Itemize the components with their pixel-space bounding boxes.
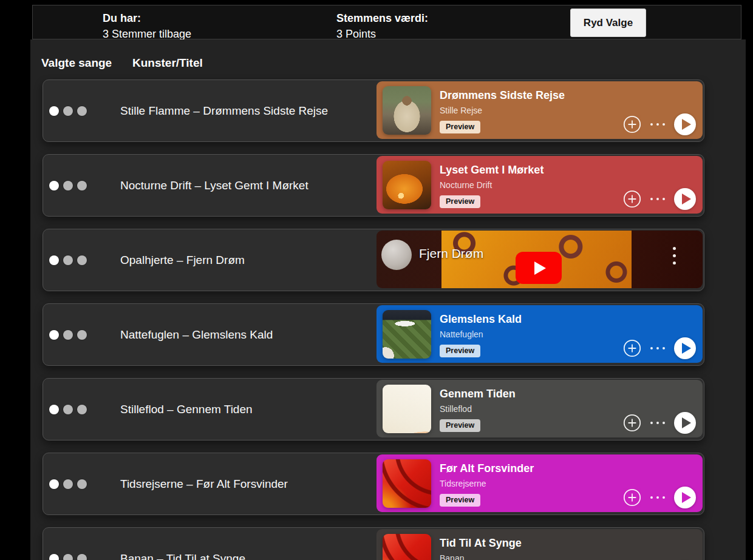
track-title[interactable]: Drømmens Sidste Rejse xyxy=(440,89,565,102)
track-title[interactable]: Gennem Tiden xyxy=(440,388,516,400)
vote-dots[interactable] xyxy=(49,330,87,340)
vote-value-summary: Stemmens værdi: 3 Points xyxy=(336,10,428,42)
play-icon xyxy=(682,417,691,428)
vote-dot[interactable] xyxy=(63,330,73,340)
vote-dot[interactable] xyxy=(63,405,73,414)
channel-avatar xyxy=(381,240,412,270)
vote-dot[interactable] xyxy=(49,479,59,489)
yt-play-button[interactable] xyxy=(516,252,562,284)
vote-dot[interactable] xyxy=(63,181,73,191)
vote-dot[interactable] xyxy=(77,255,87,265)
play-button[interactable] xyxy=(674,337,696,359)
column-header-selected: Valgte sange xyxy=(41,56,112,70)
artist-name[interactable]: Stille Rejse xyxy=(440,106,482,115)
spotify-embed: Før Alt Forsvinder Tidsrejserne Preview xyxy=(376,454,703,512)
add-icon[interactable] xyxy=(623,488,641,507)
add-icon[interactable] xyxy=(623,339,641,357)
more-icon[interactable] xyxy=(649,496,666,499)
song-row: Opalhjerte – Fjern Drøm Fjern Drøm xyxy=(43,229,704,291)
spotify-embed: Tid Til At Synge Banan xyxy=(376,529,703,560)
song-label: Banan – Tid Til at Synge xyxy=(120,552,245,560)
add-icon[interactable] xyxy=(623,190,641,208)
play-icon xyxy=(682,119,691,130)
preview-badge[interactable]: Preview xyxy=(440,419,480,432)
youtube-embed: Fjern Drøm xyxy=(376,231,703,288)
track-title[interactable]: Tid Til At Synge xyxy=(440,537,522,550)
vote-dot[interactable] xyxy=(77,330,87,340)
artist-name[interactable]: Stilleflod xyxy=(440,404,472,414)
song-label: Tidsrejserne – Før Alt Forsvinder xyxy=(120,477,288,491)
vote-dot[interactable] xyxy=(77,479,87,489)
preview-badge[interactable]: Preview xyxy=(440,121,480,133)
track-title[interactable]: Lyset Gemt I Mørket xyxy=(440,164,543,177)
vote-dot[interactable] xyxy=(49,255,59,265)
more-icon[interactable] xyxy=(649,347,666,349)
song-label: Stille Flamme – Drømmens Sidste Rejse xyxy=(120,104,328,118)
votes-summary: Du har: 3 Stemmer tilbage xyxy=(103,10,191,42)
play-button[interactable] xyxy=(674,113,696,135)
song-label: Stilleflod – Gennem Tiden xyxy=(120,403,253,416)
vote-dots[interactable] xyxy=(49,106,87,116)
play-icon xyxy=(682,492,691,503)
embed-controls xyxy=(623,188,696,210)
vote-dot[interactable] xyxy=(77,106,87,116)
list-area: Valgte sange Kunster/Titel Stille Flamme… xyxy=(30,39,746,560)
vote-dots[interactable] xyxy=(49,405,87,414)
preview-badge[interactable]: Preview xyxy=(440,195,480,208)
clear-selection-button[interactable]: Ryd Valge xyxy=(570,8,646,37)
preview-badge[interactable]: Preview xyxy=(440,345,480,357)
artist-name[interactable]: Banan xyxy=(440,553,464,560)
vote-dot[interactable] xyxy=(49,405,59,414)
album-art xyxy=(383,534,431,560)
vote-dots[interactable] xyxy=(49,181,87,191)
preview-badge[interactable]: Preview xyxy=(440,494,480,507)
vote-dots[interactable] xyxy=(49,479,87,489)
song-row: Stilleflod – Gennem Tiden Gennem Tiden S… xyxy=(43,378,704,440)
more-icon[interactable] xyxy=(649,123,666,126)
play-icon xyxy=(682,343,691,354)
play-button[interactable] xyxy=(674,487,696,508)
song-label: Opalhjerte – Fjern Drøm xyxy=(120,254,245,267)
album-art xyxy=(383,459,431,508)
song-row: Stille Flamme – Drømmens Sidste Rejse Dr… xyxy=(43,79,704,142)
play-button[interactable] xyxy=(674,188,696,210)
artist-name[interactable]: Nattefuglen xyxy=(440,329,483,339)
play-icon xyxy=(682,194,691,204)
add-icon[interactable] xyxy=(623,414,641,432)
embed-controls xyxy=(623,337,696,359)
vote-dot[interactable] xyxy=(49,554,59,560)
spotify-embed: Lyset Gemt I Mørket Nocturne Drift Previ… xyxy=(376,156,703,214)
vote-dot[interactable] xyxy=(77,405,87,414)
album-art xyxy=(383,161,431,209)
vote-dot[interactable] xyxy=(63,554,73,560)
album-art xyxy=(383,385,431,433)
embed-controls xyxy=(623,487,696,508)
vote-dots[interactable] xyxy=(49,255,87,265)
vote-dot[interactable] xyxy=(77,181,87,191)
vote-dot[interactable] xyxy=(63,479,73,489)
add-icon[interactable] xyxy=(623,115,641,133)
song-list: Stille Flamme – Drømmens Sidste Rejse Dr… xyxy=(43,79,704,560)
vote-dot[interactable] xyxy=(49,106,59,116)
yt-title[interactable]: Fjern Drøm xyxy=(419,246,483,261)
track-title[interactable]: Glemslens Kald xyxy=(440,313,522,326)
more-icon[interactable] xyxy=(649,198,666,200)
votes-label: Du har: xyxy=(103,10,191,26)
artist-name[interactable]: Nocturne Drift xyxy=(440,180,492,190)
vote-dot[interactable] xyxy=(63,106,73,116)
more-icon[interactable] xyxy=(649,422,666,424)
album-art xyxy=(383,310,431,359)
vote-dots[interactable] xyxy=(49,554,87,560)
vote-dot[interactable] xyxy=(49,181,59,191)
track-title[interactable]: Før Alt Forsvinder xyxy=(440,462,534,475)
vote-dot[interactable] xyxy=(63,255,73,265)
vote-dot[interactable] xyxy=(49,330,59,340)
kebab-menu-icon[interactable] xyxy=(673,247,676,265)
vote-dot[interactable] xyxy=(77,554,87,560)
song-label: Nattefuglen – Glemslens Kald xyxy=(120,328,273,342)
play-button[interactable] xyxy=(674,412,696,434)
play-icon xyxy=(534,261,546,275)
song-row: Tidsrejserne – Før Alt Forsvinder Før Al… xyxy=(43,453,704,515)
song-label: Nocturne Drift – Lyset Gemt I Mørket xyxy=(120,179,308,192)
artist-name[interactable]: Tidsrejserne xyxy=(440,479,486,488)
